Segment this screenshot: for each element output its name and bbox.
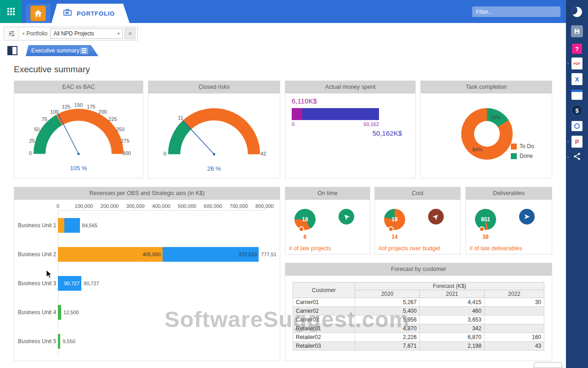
bar-track: 405,000372,510777,51 — [58, 247, 265, 262]
hamburger-icon — [82, 50, 86, 51]
svg-text:200: 200 — [98, 109, 107, 115]
card-revenues: Revenues per OBS and Strategic axis (in … — [14, 187, 280, 361]
svg-text:150: 150 — [74, 102, 83, 108]
category-label: Business Unit 4 — [18, 309, 58, 316]
legend-swatch — [511, 153, 517, 159]
svg-text:100: 100 — [50, 109, 58, 115]
task-donut: 16% 84% — [461, 108, 513, 160]
tab-portfolio[interactable]: PORTFOLIO — [51, 4, 130, 23]
value-cell: 3,653 — [419, 316, 484, 324]
drill-down-button[interactable] — [519, 209, 535, 224]
axis-tick-label: 0 — [57, 203, 59, 209]
calendar-button[interactable] — [566, 87, 588, 102]
card-header: EAC vs BAC — [14, 81, 143, 93]
axis-tick-label: 700,000 — [230, 203, 248, 209]
card-header: Revenues per OBS and Strategic axis (in … — [14, 187, 280, 200]
kpi-deliverables: 851 38 # of late deliverables — [466, 200, 552, 254]
axis-tick-label: 500,000 — [178, 203, 196, 209]
portfolio-select[interactable]: All NPD Projects ▾ — [50, 29, 123, 39]
bar-total-label: 84,565 — [82, 223, 98, 228]
moon-icon — [572, 7, 582, 17]
bar-track: 84,565 — [58, 218, 265, 233]
value-cell: 7,671 — [355, 342, 420, 351]
category-label: Business Unit 5 — [18, 338, 58, 345]
table-row: Retailer022,2266,870160 — [293, 333, 544, 342]
card-closed-risks: Closed risks 0 11 42 26 % — [148, 80, 280, 178]
kpi-small-value: 14 — [384, 234, 405, 240]
bar-row: Business Unit 2405,000372,510777,51 — [18, 240, 276, 269]
column-header-customer: Customer — [293, 282, 355, 298]
apps-menu-button[interactable] — [0, 0, 22, 23]
save-button[interactable] — [566, 24, 588, 39]
bar-segment — [58, 305, 61, 320]
kpi-cost: 18 14 #of projects over budget — [375, 200, 460, 254]
kpi-big-value: 851 — [481, 216, 490, 223]
kpi-circle: 851 — [475, 209, 496, 230]
kpi-caption: # of late deliverables — [469, 245, 522, 252]
tab-menu-button[interactable] — [80, 47, 88, 54]
money-scale: 0 50,162 — [292, 121, 379, 127]
money-spent-chart: 6,110K$ 0 50,162 50,162K$ — [285, 93, 415, 141]
tab-executive-summary[interactable]: Executive summary — [26, 45, 98, 56]
value-cell: 2,226 — [355, 333, 420, 342]
kpi-circle: 18 — [294, 209, 316, 230]
export-ppt-button[interactable]: ∨ P — [566, 134, 588, 149]
card-header: Cost — [375, 187, 460, 200]
svg-text:225: 225 — [108, 116, 117, 122]
svg-text:75: 75 — [42, 116, 47, 122]
bar-segment: 372,510 — [163, 247, 259, 262]
sliders-icon — [8, 30, 15, 37]
axis-tick-label: 100,000 — [74, 203, 93, 209]
clock-icon — [571, 121, 582, 131]
eac-gauge-chart: 0 25 50 75 100 125 150 175 200 225 250 2… — [14, 95, 143, 178]
filter-settings-button[interactable] — [4, 27, 19, 40]
bar-total-label: 12,500 — [63, 310, 79, 315]
corner-widget — [534, 362, 562, 368]
drill-down-button[interactable] — [339, 209, 354, 224]
application-window: PORTFOLIO ? ∨ PDF X $ — [0, 0, 588, 368]
customer-cell: Retailer03 — [293, 342, 355, 351]
tab-portfolio-label: PORTFOLIO — [77, 10, 115, 17]
value-cell — [484, 316, 544, 324]
svg-text:42: 42 — [260, 151, 266, 156]
bar-track: 9,550 — [58, 334, 265, 349]
calendar-icon — [571, 90, 582, 100]
chevron-down-icon[interactable]: ▾ — [19, 31, 27, 36]
theme-toggle-button[interactable] — [566, 3, 588, 21]
export-excel-button[interactable]: X — [566, 72, 588, 86]
portfolio-icon — [62, 7, 73, 19]
column-header-year: 2022 — [484, 290, 544, 298]
filter-input[interactable] — [472, 6, 560, 17]
category-label: Business Unit 3 — [18, 280, 58, 287]
gauge-needle — [183, 121, 214, 154]
svg-text:125: 125 — [62, 104, 70, 109]
donut-legend: To Do Done — [511, 143, 534, 159]
spent-amount-label: 6,110K$ — [292, 97, 409, 105]
money-bar-track — [292, 108, 379, 120]
kpi-big-value: 18 — [302, 216, 308, 223]
bar-total-label: 90,727 — [84, 281, 99, 286]
legend-label: To Do — [520, 143, 534, 150]
schedule-button[interactable] — [566, 119, 588, 133]
card-header: Task completion — [421, 81, 552, 93]
bar-segment — [58, 334, 60, 349]
column-header-year: 2021 — [419, 290, 484, 298]
view-tab-label: Executive summary — [31, 47, 79, 54]
legend-label: Done — [520, 153, 533, 159]
panel-toggle-button[interactable] — [7, 46, 17, 55]
help-button[interactable]: ? — [566, 41, 588, 56]
budget-button[interactable]: $ — [566, 103, 588, 118]
card-on-time: On time 18 6 # of late projects — [285, 187, 370, 254]
export-pdf-button[interactable]: ∨ PDF — [566, 56, 588, 71]
kpi-alert-dot — [299, 226, 304, 232]
drill-down-button[interactable] — [428, 209, 444, 224]
revenues-bar-chart: 0100,000200,000300,000400,000500,000600,… — [14, 200, 280, 356]
share-button[interactable]: ∨ — [566, 150, 588, 165]
powerpoint-icon: P — [571, 136, 582, 148]
card-cost: Cost 18 14 #of projects over budget — [374, 187, 461, 254]
tab-home[interactable] — [26, 4, 51, 23]
svg-text:0: 0 — [164, 151, 166, 156]
svg-text:0: 0 — [29, 150, 32, 156]
clear-portfolio-button[interactable]: ✕ — [124, 28, 136, 39]
share-icon — [573, 152, 581, 162]
